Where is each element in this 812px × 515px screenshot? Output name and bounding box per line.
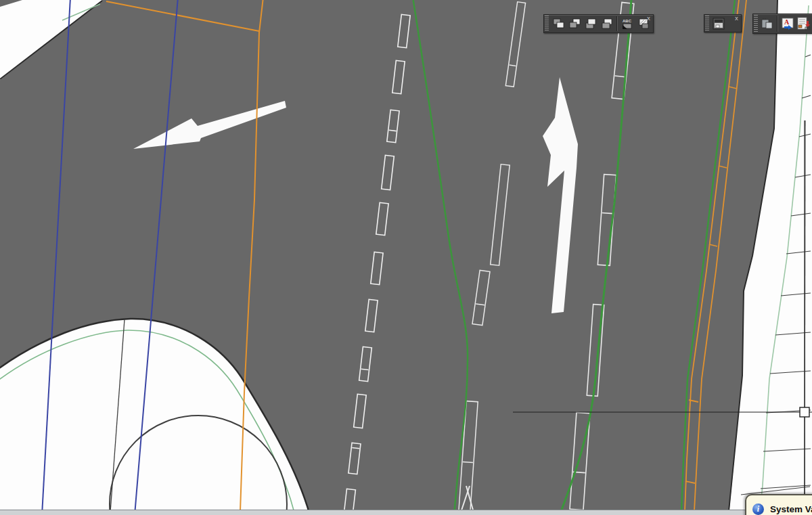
svg-text:ABC: ABC <box>623 19 632 23</box>
drawing-canvas[interactable] <box>0 0 812 515</box>
text-style-button[interactable]: A <box>780 16 795 31</box>
bring-above-objects-icon <box>584 17 597 30</box>
purge-button[interactable] <box>760 16 775 31</box>
bottom-window-strip <box>0 510 812 515</box>
markup-panel-button[interactable] <box>711 16 726 31</box>
pickbox <box>800 407 809 417</box>
system-variable-tooltip: i System Vari <box>745 494 812 515</box>
purge-icon <box>760 16 775 31</box>
toolbar-draw-order[interactable]: ABC x <box>543 14 654 33</box>
send-under-objects-icon <box>600 17 614 30</box>
toolbar-mini[interactable]: x <box>704 14 742 32</box>
export-list-icon <box>796 16 811 31</box>
send-under-objects-button[interactable] <box>600 16 614 31</box>
svg-text:A: A <box>784 18 790 26</box>
toolbar-separator <box>777 16 778 32</box>
toolbar-grip[interactable] <box>754 15 758 32</box>
toolbar-right[interactable]: A <box>752 14 812 34</box>
info-icon: i <box>752 503 764 515</box>
send-to-back-button[interactable] <box>567 16 582 31</box>
send-to-back-icon <box>568 17 581 30</box>
bring-to-front-icon <box>551 17 565 30</box>
toolbar-separator <box>616 16 618 31</box>
bring-text-to-front-button[interactable]: ABC <box>620 16 635 31</box>
toolbar-grip[interactable] <box>545 16 549 32</box>
close-icon[interactable]: x <box>733 16 740 22</box>
export-list-button[interactable] <box>796 16 811 31</box>
markup-panel-icon <box>712 17 725 30</box>
toolbar-grip[interactable] <box>705 16 709 31</box>
cad-viewport: ABC x x <box>0 0 812 515</box>
close-icon[interactable]: x <box>645 16 652 22</box>
bring-above-objects-button[interactable] <box>583 16 598 31</box>
text-style-icon: A <box>780 16 795 31</box>
tooltip-text: System Vari <box>770 504 812 514</box>
bring-to-front-button[interactable] <box>551 16 566 31</box>
bring-text-to-front-icon: ABC <box>621 17 634 30</box>
